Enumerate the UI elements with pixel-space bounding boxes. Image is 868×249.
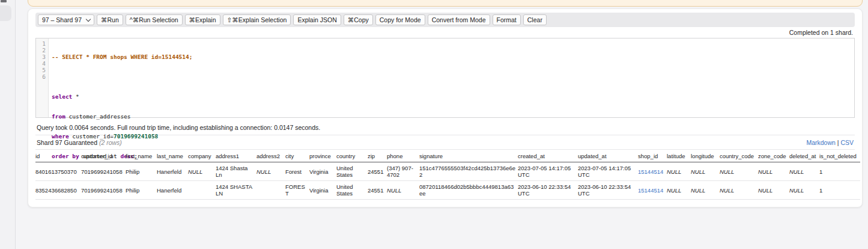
cell-country: United States bbox=[336, 181, 368, 200]
sidebar-item-fragment[interactable] bbox=[0, 5, 11, 21]
explain-button[interactable]: ⌘Explain bbox=[185, 14, 220, 25]
cell-country-code: NULL bbox=[720, 181, 758, 200]
cell-province: Virginia bbox=[309, 181, 336, 200]
cell-longitude: NULL bbox=[691, 181, 720, 200]
sidebar-cutoff-text-fragment bbox=[1, 0, 7, 2]
cell-address2 bbox=[256, 181, 285, 200]
chevron-down-icon bbox=[86, 17, 91, 22]
sql-editor: 1 2 3 4 5 6 -- SELECT * FROM shops WHERE… bbox=[35, 38, 855, 118]
table-row: 8352436682850 7019699241058 Philip Haner… bbox=[35, 181, 860, 200]
query-toolbar: 97 – Shard 97 ⌘Run ^⌘Run Selection ⌘Expl… bbox=[35, 13, 855, 27]
row-count-note: (2 rows) bbox=[99, 139, 122, 146]
convert-from-mode-button[interactable]: Convert from Mode bbox=[428, 14, 490, 25]
editor-line-numbers: 1 2 3 4 5 6 bbox=[36, 38, 49, 117]
explain-json-button[interactable]: Explain JSON bbox=[293, 14, 341, 25]
cell-shop-id: 15144514 bbox=[638, 181, 667, 200]
line-number: 1 bbox=[36, 40, 46, 47]
cell-last-name: Hanerfeld bbox=[157, 181, 188, 200]
cell-company bbox=[188, 181, 216, 200]
shard-result-label: Shard 97 Guaranteed bbox=[37, 139, 97, 146]
sidebar-cutoff bbox=[0, 0, 16, 249]
shard-select-value: 97 – Shard 97 bbox=[42, 16, 82, 23]
cell-created-at: 2023-06-10 22:33:54 UTC bbox=[518, 181, 578, 200]
cell-zip: 24551 bbox=[368, 181, 387, 200]
shop-id-link[interactable]: 15144514 bbox=[638, 187, 663, 194]
cell-updated-at: 2023-06-10 22:33:54 UTC bbox=[578, 181, 638, 200]
cell-id: 8352436682850 bbox=[35, 181, 81, 200]
cell-signature: 08720118466d02b5bbbc4449813a63ee bbox=[419, 181, 518, 200]
explain-selection-button[interactable]: ⇧⌘Explain Selection bbox=[223, 14, 291, 25]
cell-city: FOREST bbox=[285, 181, 309, 200]
csv-export-link[interactable]: CSV bbox=[840, 139, 854, 146]
copy-for-mode-button[interactable]: Copy for Mode bbox=[375, 14, 425, 25]
cell-customer-id: 7019699241058 bbox=[81, 181, 126, 200]
shard-select[interactable]: 97 – Shard 97 bbox=[38, 14, 94, 25]
line-number: 3 bbox=[36, 54, 46, 60]
query-console-panel: 97 – Shard 97 ⌘Run ^⌘Run Selection ⌘Expl… bbox=[28, 8, 863, 208]
sql-comment: -- SELECT * FROM shops WHERE id=15144514… bbox=[52, 54, 193, 60]
run-button[interactable]: ⌘Run bbox=[97, 14, 123, 25]
cell-first-name: Philip bbox=[126, 181, 157, 200]
sql-code-input[interactable]: -- SELECT * FROM shops WHERE id=15144514… bbox=[49, 38, 854, 117]
shop-id-link[interactable]: 15144514 bbox=[638, 168, 663, 175]
line-number: 2 bbox=[36, 47, 46, 54]
copy-button[interactable]: ⌘Copy bbox=[344, 14, 373, 25]
run-selection-button[interactable]: ^⌘Run Selection bbox=[126, 14, 183, 25]
cell-phone: NULL bbox=[387, 181, 419, 200]
line-number: 5 bbox=[36, 67, 46, 73]
cell-address1: 1424 SHASTA LN bbox=[216, 181, 256, 200]
export-links-separator: | bbox=[837, 139, 839, 146]
cell-latitude: NULL bbox=[667, 181, 691, 200]
format-button[interactable]: Format bbox=[493, 14, 521, 25]
line-number: 4 bbox=[36, 60, 46, 67]
cell-is-not-deleted: 1 bbox=[819, 181, 860, 200]
cell-zone-code: NULL bbox=[758, 181, 789, 200]
clear-button[interactable]: Clear bbox=[523, 14, 547, 25]
markdown-export-link[interactable]: Markdown bbox=[806, 139, 835, 146]
line-number: 6 bbox=[36, 73, 46, 80]
cell-deleted-at: NULL bbox=[789, 181, 819, 200]
completed-shard-note: Completed on 1 shard. bbox=[35, 27, 855, 37]
top-banner-cutoff bbox=[28, 0, 863, 7]
